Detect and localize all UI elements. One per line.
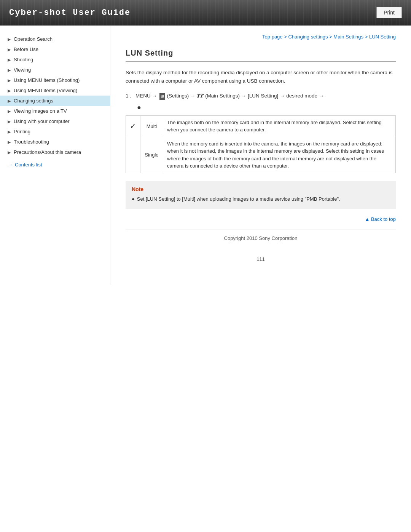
step-number: 1 .	[126, 92, 133, 100]
table-label-single: Single	[140, 137, 163, 173]
arrow-icon: ▶	[8, 47, 11, 52]
arrow-icon: ▶	[8, 78, 11, 83]
arrow-icon: ▶	[8, 150, 11, 155]
step-main-label: (Main Settings)	[205, 93, 240, 99]
breadcrumb-main-settings[interactable]: Main Settings	[333, 34, 363, 40]
arrow-icon: ▶	[8, 37, 11, 42]
footer: Copyright 2010 Sony Corporation	[126, 235, 396, 252]
table-row-single: Single When the memory card is inserted …	[126, 137, 396, 173]
step-bracket-text: [LUN Setting]	[248, 93, 278, 99]
table-desc-multi: The images both on the memory card and i…	[163, 115, 396, 137]
note-title: Note	[132, 186, 390, 192]
breadcrumb-sep2: >	[328, 34, 333, 40]
step-content: MENU → ⊞ (Settings) → 𝒀𝑻 (Main Settings)…	[135, 92, 396, 100]
back-to-top-link[interactable]: ▲ Back to top	[365, 216, 396, 222]
step-arrow5: →	[319, 93, 324, 99]
step-arrow1: →	[152, 93, 159, 99]
table-row-multi: ✓ Multi The images both on the memory ca…	[126, 115, 396, 137]
sidebar-item-shooting[interactable]: ▶ Shooting	[0, 54, 110, 65]
settings-icon: ⊞	[159, 93, 165, 100]
page-title: LUN Setting	[126, 49, 396, 62]
breadcrumb-lun-setting: LUN Setting	[369, 34, 396, 40]
arrow-icon: ▶	[8, 140, 11, 145]
table-desc-single: When the memory card is inserted into th…	[163, 137, 396, 173]
instruction-step: 1 . MENU → ⊞ (Settings) → 𝒀𝑻 (Main Setti…	[126, 92, 396, 100]
breadcrumb-sep1: >	[283, 34, 288, 40]
sidebar-item-viewing-images-tv[interactable]: ▶ Viewing images on a TV	[0, 106, 110, 116]
description-text: Sets the display method for the recordin…	[126, 69, 396, 85]
step-arrow4: →	[280, 93, 286, 99]
note-text: Set [LUN Setting] to [Multi] when upload…	[137, 195, 340, 203]
breadcrumb-changing-settings[interactable]: Changing settings	[288, 34, 328, 40]
sidebar-item-operation-search[interactable]: ▶ Operation Search	[0, 34, 110, 44]
arrow-icon: ▶	[8, 119, 11, 124]
note-content: ● Set [LUN Setting] to [Multi] when uplo…	[132, 195, 390, 203]
note-bullet-item: ● Set [LUN Setting] to [Multi] when uplo…	[132, 195, 390, 203]
breadcrumb-sep3: >	[363, 34, 369, 40]
arrow-icon: ▶	[8, 58, 11, 62]
settings-table: ✓ Multi The images both on the memory ca…	[126, 115, 396, 173]
main-container: ▶ Operation Search ▶ Before Use ▶ Shooti…	[0, 26, 411, 285]
table-check-single	[126, 137, 140, 173]
breadcrumb-top-page[interactable]: Top page	[262, 34, 283, 40]
table-check-multi: ✓	[126, 115, 140, 137]
contents-list-link[interactable]: → Contents list	[0, 157, 110, 170]
step-settings-label: (Settings)	[167, 93, 189, 99]
content-area: Top page > Changing settings > Main Sett…	[110, 26, 411, 285]
step-end-text: desired mode	[286, 93, 317, 99]
table-label-multi: Multi	[140, 115, 163, 137]
sidebar-item-using-computer[interactable]: ▶ Using with your computer	[0, 116, 110, 126]
arrow-icon: ▶	[8, 88, 11, 93]
note-bullet-symbol: ●	[132, 195, 135, 203]
breadcrumb: Top page > Changing settings > Main Sett…	[126, 34, 396, 40]
arrow-icon: ▶	[8, 129, 11, 134]
footer-divider	[126, 230, 396, 230]
sidebar-item-precautions[interactable]: ▶ Precautions/About this camera	[0, 147, 110, 157]
step-menu: MENU	[135, 93, 151, 99]
sidebar-item-troubleshooting[interactable]: ▶ Troubleshooting	[0, 137, 110, 147]
step-main-icon: 𝒀𝑻	[197, 93, 204, 99]
back-to-top[interactable]: ▲ Back to top	[126, 216, 396, 222]
step-bullet: ●	[137, 104, 396, 111]
sidebar-item-changing-settings[interactable]: ▶ Changing settings	[0, 96, 110, 106]
sidebar-item-viewing[interactable]: ▶ Viewing	[0, 65, 110, 75]
sidebar-item-printing[interactable]: ▶ Printing	[0, 126, 110, 137]
arrow-icon: ▶	[8, 109, 11, 114]
arrow-icon: ▶	[8, 99, 11, 104]
sidebar-item-before-use[interactable]: ▶ Before Use	[0, 44, 110, 54]
arrow-right-icon: →	[8, 162, 13, 168]
sidebar-item-using-menu-shooting[interactable]: ▶ Using MENU items (Shooting)	[0, 75, 110, 85]
arrow-icon: ▶	[8, 68, 11, 73]
app-title: Cyber-shot User Guide	[9, 8, 131, 18]
step-arrow3: →	[241, 93, 248, 99]
sidebar: ▶ Operation Search ▶ Before Use ▶ Shooti…	[0, 26, 110, 285]
print-button[interactable]: Print	[376, 7, 402, 18]
note-box: Note ● Set [LUN Setting] to [Multi] when…	[126, 181, 396, 209]
header: Cyber-shot User Guide Print	[0, 0, 411, 26]
step-arrow2: →	[190, 93, 197, 99]
sidebar-item-using-menu-viewing[interactable]: ▶ Using MENU items (Viewing)	[0, 85, 110, 96]
page-number: 111	[126, 252, 396, 270]
